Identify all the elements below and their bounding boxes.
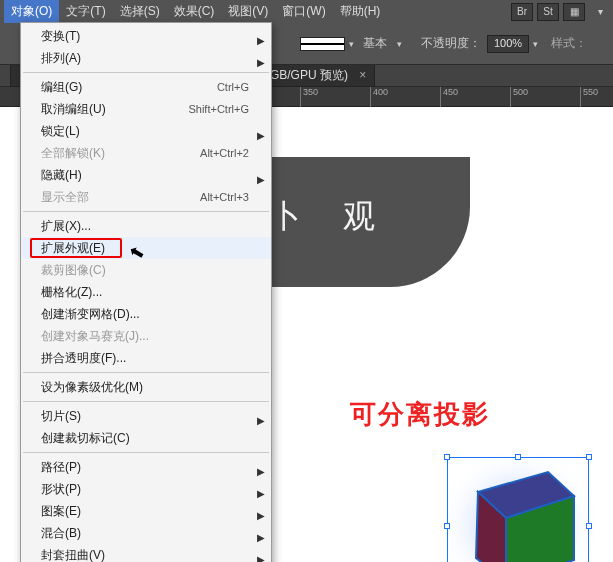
menu-item: 全部解锁(K)Alt+Ctrl+2	[21, 142, 271, 164]
menu-item[interactable]: 取消编组(U)Shift+Ctrl+G	[21, 98, 271, 120]
menu-item[interactable]: 排列(A)▶	[21, 47, 271, 69]
ruler-tick: 350	[300, 87, 318, 107]
menu-separator	[23, 452, 269, 453]
menu-item[interactable]: 栅格化(Z)...	[21, 281, 271, 303]
selection-handle[interactable]	[586, 523, 592, 529]
menu-separator	[23, 72, 269, 73]
ruler-tick: 500	[510, 87, 528, 107]
menu-item: 显示全部Alt+Ctrl+3	[21, 186, 271, 208]
ruler-tick: 550	[580, 87, 598, 107]
basic-chevron-icon[interactable]: ▾	[393, 39, 405, 49]
object-menu-dropdown: 变换(T)▶排列(A)▶编组(G)Ctrl+G取消编组(U)Shift+Ctrl…	[20, 22, 272, 562]
menu-view[interactable]: 视图(V)	[221, 0, 275, 23]
selection-handle[interactable]	[586, 454, 592, 460]
menu-item[interactable]: 锁定(L)▶	[21, 120, 271, 142]
opacity-input[interactable]: 100%	[487, 35, 529, 53]
selection-handle[interactable]	[444, 454, 450, 460]
menu-item[interactable]: 变换(T)▶	[21, 25, 271, 47]
red-caption: 可分离投影	[350, 397, 490, 432]
opacity-label: 不透明度：	[421, 35, 481, 52]
menu-item: 裁剪图像(C)	[21, 259, 271, 281]
stroke-preview[interactable]	[300, 37, 345, 51]
menu-window[interactable]: 窗口(W)	[275, 0, 332, 23]
bridge-icon[interactable]: Br	[511, 3, 533, 21]
stroke-chevron-icon[interactable]: ▾	[345, 39, 357, 49]
submenu-arrow-icon: ▶	[257, 549, 265, 562]
menu-item[interactable]: 图案(E)▶	[21, 500, 271, 522]
menu-item[interactable]: 路径(P)▶	[21, 456, 271, 478]
menu-item[interactable]: 创建裁切标记(C)	[21, 427, 271, 449]
menu-shortcut: Ctrl+G	[217, 76, 249, 98]
menu-shortcut: Shift+Ctrl+G	[188, 98, 249, 120]
chevron-down-icon[interactable]: ▾	[589, 3, 611, 21]
stock-icon[interactable]: St	[537, 3, 559, 21]
menu-item[interactable]: 封套扭曲(V)▶	[21, 544, 271, 562]
menu-item[interactable]: 扩展(X)...	[21, 215, 271, 237]
menu-bar: 对象(O) 文字(T) 选择(S) 效果(C) 视图(V) 窗口(W) 帮助(H…	[0, 0, 613, 23]
cube-artwork[interactable]	[456, 466, 582, 562]
menu-item[interactable]: 设为像素级优化(M)	[21, 376, 271, 398]
menu-separator	[23, 211, 269, 212]
submenu-arrow-icon: ▶	[257, 52, 265, 74]
menu-object[interactable]: 对象(O)	[4, 0, 59, 23]
menu-separator	[23, 401, 269, 402]
menu-shortcut: Alt+Ctrl+2	[200, 142, 249, 164]
menu-select[interactable]: 选择(S)	[113, 0, 167, 23]
menu-item[interactable]: 编组(G)Ctrl+G	[21, 76, 271, 98]
menu-text[interactable]: 文字(T)	[59, 0, 112, 23]
style-label: 样式：	[551, 35, 587, 52]
arrange-docs-icon[interactable]: ▦	[563, 3, 585, 21]
menu-item: 创建对象马赛克(J)...	[21, 325, 271, 347]
selection-bounds[interactable]	[447, 457, 589, 562]
menu-item[interactable]: 切片(S)▶	[21, 405, 271, 427]
menu-item[interactable]: 隐藏(H)▶	[21, 164, 271, 186]
selection-handle[interactable]	[444, 523, 450, 529]
menu-separator	[23, 372, 269, 373]
menu-item[interactable]: 混合(B)▶	[21, 522, 271, 544]
ruler-tick: 400	[370, 87, 388, 107]
heading-text: 卜 观	[270, 195, 391, 239]
menu-item[interactable]: 拼合透明度(F)...	[21, 347, 271, 369]
menu-shortcut: Alt+Ctrl+3	[200, 186, 249, 208]
menu-item[interactable]: 形状(P)▶	[21, 478, 271, 500]
menu-effect[interactable]: 效果(C)	[167, 0, 222, 23]
menu-item[interactable]: 创建渐变网格(D)...	[21, 303, 271, 325]
selection-handle[interactable]	[515, 454, 521, 460]
menu-item[interactable]: 扩展外观(E)	[21, 237, 271, 259]
opacity-chevron-icon[interactable]: ▾	[529, 39, 541, 49]
basic-label: 基本	[363, 35, 387, 52]
ruler-tick: 450	[440, 87, 458, 107]
close-icon[interactable]: ×	[359, 68, 366, 82]
menu-help[interactable]: 帮助(H)	[333, 0, 388, 23]
